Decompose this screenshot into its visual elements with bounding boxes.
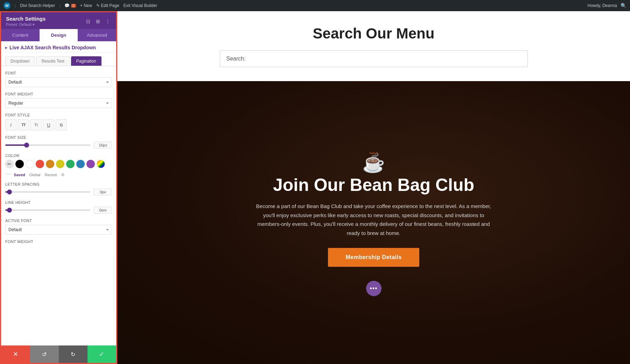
- font-weight2-field: Font Weight: [5, 240, 112, 244]
- section-collapse-arrow[interactable]: ▸: [5, 45, 7, 50]
- stab-results-text[interactable]: Results Text: [36, 56, 70, 66]
- line-height-track[interactable]: [5, 209, 90, 211]
- color-tab-global[interactable]: Global: [29, 173, 41, 177]
- close-button[interactable]: ✕: [1, 345, 30, 363]
- color-field: Color ✏ ··· Saved G: [5, 154, 112, 177]
- purple-dots-button[interactable]: •••: [366, 281, 382, 296]
- comment-count: 0: [71, 4, 76, 8]
- bottom-bar: ✕ ↺ ↻ ✓: [1, 345, 116, 363]
- swatch-orange[interactable]: [46, 160, 54, 168]
- swatch-white[interactable]: [26, 160, 34, 168]
- font-label: Font: [5, 71, 112, 75]
- coffee-cup-icon: ☕: [362, 154, 385, 172]
- capitalize-btn[interactable]: Tt: [30, 119, 42, 130]
- sidebar-icon-more[interactable]: ⋮: [104, 18, 111, 25]
- comments-link[interactable]: 💬 0: [64, 3, 76, 8]
- swatch-red[interactable]: [36, 160, 44, 168]
- edit-page-link[interactable]: ✎ Edit Page: [96, 3, 119, 8]
- search-bar[interactable]: Search:: [220, 50, 528, 67]
- font-weight-select[interactable]: Regular: [5, 98, 112, 108]
- font-weight2-label: Font Weight: [5, 240, 112, 244]
- admin-bar: W | Divi Search Helper | 💬 0 + New ✎ Edi…: [0, 0, 630, 11]
- search-section-title: Search Our Menu: [313, 25, 435, 42]
- color-more-btn[interactable]: ···: [5, 171, 11, 177]
- swatch-black[interactable]: [15, 160, 24, 168]
- italic-btn[interactable]: I: [5, 119, 16, 130]
- section-tabs: Dropdown Results Text Pagination: [1, 53, 116, 66]
- tab-design[interactable]: Design: [40, 29, 78, 41]
- strikethrough-btn[interactable]: S: [56, 119, 67, 130]
- main-content: Search Our Menu Search: 〰 ☕ Join Our Bea…: [117, 11, 630, 364]
- swatch-yellow[interactable]: [56, 160, 64, 168]
- line-height-value[interactable]: 0em: [94, 207, 112, 214]
- sidebar-content: Font Default Font Weight Regular Font St…: [1, 66, 116, 345]
- font-size-thumb[interactable]: [24, 143, 29, 148]
- font-size-field: Font Size 16px: [5, 135, 112, 149]
- tab-bar: Content Design Advanced: [1, 29, 116, 41]
- color-swatches: ✏: [5, 160, 112, 168]
- color-picker-btn[interactable]: ✏: [5, 160, 14, 168]
- sidebar-header: Search Settings Preset: Default ▾ ⊡ ⊞ ⋮: [1, 12, 116, 29]
- color-label: Color: [5, 154, 112, 158]
- color-tab-recent[interactable]: Recent: [45, 173, 57, 177]
- wp-logo-icon[interactable]: W: [4, 2, 10, 9]
- swatch-green[interactable]: [66, 160, 75, 168]
- section-title: ▸ Live AJAX Search Results Dropdown: [1, 41, 116, 53]
- redo-button[interactable]: ↻: [59, 345, 88, 363]
- color-tab-saved[interactable]: Saved: [14, 173, 25, 177]
- undo-button[interactable]: ↺: [30, 345, 58, 363]
- stab-pagination[interactable]: Pagination: [71, 56, 102, 66]
- exit-visual-builder-link[interactable]: Exit Visual Builder: [124, 3, 158, 8]
- coffee-description: Become a part of our Bean Bag Club and t…: [251, 202, 496, 237]
- active-font-field: Active Font Default: [5, 219, 112, 235]
- tab-content[interactable]: Content: [1, 29, 40, 41]
- coffee-section: 〰 ☕ Join Our Bean Bag Club Become a part…: [117, 81, 630, 364]
- letter-spacing-field: Letter Spacing 0px: [5, 182, 112, 195]
- stab-dropdown[interactable]: Dropdown: [5, 56, 35, 66]
- uppercase-btn[interactable]: TT: [18, 119, 29, 130]
- sidebar-icon-grid[interactable]: ⊞: [94, 18, 102, 25]
- font-weight-label: Font Weight: [5, 92, 112, 96]
- swatch-blue[interactable]: [76, 160, 85, 168]
- underline-btn[interactable]: U: [43, 119, 54, 130]
- sidebar-icon-screen[interactable]: ⊡: [85, 18, 92, 25]
- howdy-text: Howdy, Deanna: [588, 3, 617, 8]
- membership-button[interactable]: Membership Details: [328, 248, 419, 267]
- line-height-thumb[interactable]: [7, 208, 12, 213]
- letter-spacing-value[interactable]: 0px: [94, 188, 112, 195]
- sidebar-title: Search Settings: [6, 16, 46, 22]
- font-size-track[interactable]: [5, 144, 90, 146]
- font-weight-field: Font Weight Regular: [5, 92, 112, 108]
- color-settings-icon[interactable]: ⚙: [61, 172, 65, 177]
- active-font-select[interactable]: Default: [5, 225, 112, 235]
- preset-label[interactable]: Preset: Default ▾: [6, 22, 46, 27]
- divi-search-helper-link[interactable]: Divi Search Helper: [20, 3, 55, 8]
- line-height-field: Line Height 0em: [5, 200, 112, 214]
- font-select[interactable]: Default: [5, 77, 112, 87]
- sidebar: Search Settings Preset: Default ▾ ⊡ ⊞ ⋮ …: [0, 11, 117, 364]
- admin-search-icon[interactable]: 🔍: [621, 3, 626, 8]
- letter-spacing-track[interactable]: [5, 191, 90, 193]
- tab-advanced[interactable]: Advanced: [78, 29, 116, 41]
- coffee-section-title: Join Our Bean Bag Club: [273, 176, 474, 195]
- font-size-label: Font Size: [5, 135, 112, 140]
- font-style-label: Font Style: [5, 113, 112, 117]
- font-style-field: Font Style I TT Tt U S: [5, 113, 112, 130]
- swatch-purple[interactable]: [86, 160, 95, 168]
- new-link[interactable]: + New: [80, 3, 92, 8]
- letter-spacing-label: Letter Spacing: [5, 182, 112, 186]
- main-layout: Search Settings Preset: Default ▾ ⊡ ⊞ ⋮ …: [0, 11, 630, 364]
- letter-spacing-thumb[interactable]: [7, 190, 12, 194]
- swatch-custom[interactable]: [97, 160, 105, 168]
- save-button[interactable]: ✓: [88, 345, 116, 363]
- font-size-value[interactable]: 16px: [94, 142, 112, 149]
- line-height-label: Line Height: [5, 200, 112, 205]
- active-font-label: Active Font: [5, 219, 112, 223]
- search-section: Search Our Menu Search:: [117, 11, 630, 81]
- font-field: Font Default: [5, 71, 112, 87]
- font-size-fill: [5, 144, 27, 146]
- search-label: Search:: [226, 56, 246, 62]
